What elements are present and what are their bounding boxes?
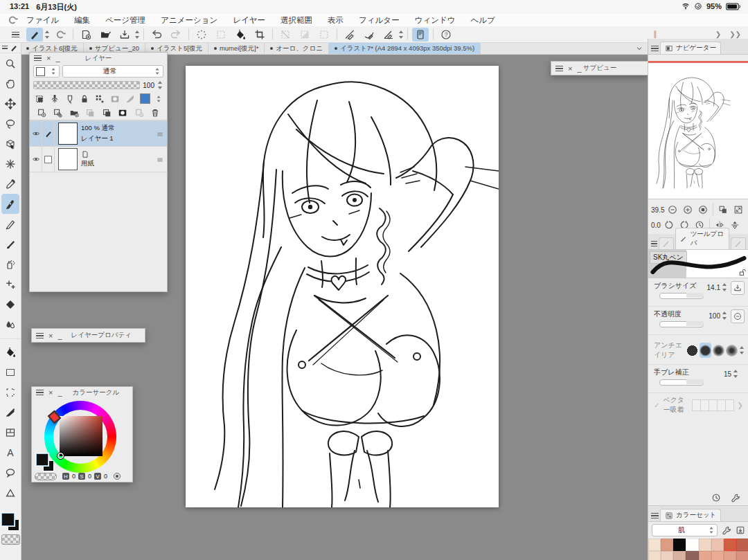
- layer-checkbox[interactable]: [44, 156, 52, 163]
- layer-palette-close-icon[interactable]: ×: [46, 55, 51, 62]
- tool-object[interactable]: [0, 134, 21, 154]
- layer-visibility-eye-icon[interactable]: [32, 129, 40, 138]
- flip-vertical-button[interactable]: [728, 219, 742, 231]
- actual-size-button[interactable]: [716, 204, 730, 216]
- edit-mode-button[interactable]: [26, 28, 43, 42]
- tool-auto-select[interactable]: [0, 154, 21, 174]
- layer-row-paper[interactable]: 用紙: [30, 146, 167, 172]
- tool-pen-selected[interactable]: [1, 194, 19, 214]
- color-swatch[interactable]: [661, 539, 673, 551]
- tool-eyedropper[interactable]: [0, 174, 21, 194]
- new-folder-icon[interactable]: [69, 108, 79, 118]
- canvas[interactable]: [186, 66, 499, 507]
- reset-tool-button[interactable]: [711, 493, 721, 503]
- layer-opacity-stepper-icon[interactable]: [157, 80, 163, 90]
- color-swatch[interactable]: [724, 539, 736, 551]
- tool-gradient[interactable]: [0, 362, 21, 382]
- transparent-color-chip[interactable]: [1, 534, 20, 545]
- menu-animation[interactable]: アニメーション: [161, 15, 217, 26]
- color-swatch[interactable]: [699, 539, 711, 551]
- subview-close-icon[interactable]: ×: [568, 65, 572, 72]
- tab-list-chevron-icon[interactable]: [635, 44, 643, 53]
- antialias-strong-option[interactable]: [726, 343, 738, 358]
- clip-studio-button[interactable]: [52, 28, 69, 42]
- layer-grip-icon[interactable]: [156, 130, 164, 138]
- panel-collapse-double-arrow[interactable]: ❯❯: [729, 30, 741, 38]
- main-color-chips[interactable]: [1, 513, 19, 531]
- menu-edit[interactable]: 編集: [74, 15, 90, 26]
- tool-move[interactable]: [0, 93, 21, 114]
- snap-to-ruler-button[interactable]: [341, 28, 358, 42]
- rotate-left-button[interactable]: [662, 219, 676, 231]
- layer-thumbnail[interactable]: [58, 123, 78, 145]
- paper-thumbnail[interactable]: [58, 148, 78, 170]
- tab-color-set[interactable]: カラーセット: [660, 509, 721, 521]
- tool-palette-menu-icon[interactable]: [2, 46, 8, 50]
- layer-blend-thumb[interactable]: [33, 65, 60, 78]
- tool-brush[interactable]: [0, 234, 21, 254]
- color-circle-close-icon[interactable]: ×: [48, 389, 53, 396]
- blend-mode-select[interactable]: 通常: [62, 65, 163, 78]
- color-swatch[interactable]: [648, 551, 661, 560]
- snap-to-grid-button[interactable]: [380, 28, 397, 42]
- menu-window[interactable]: ウィンドウ: [415, 15, 456, 26]
- brush-stroke-preview[interactable]: SK丸ペン: [648, 250, 748, 278]
- layer-row-selected[interactable]: 100 % 通常 レイヤー 1: [30, 120, 167, 146]
- vector-snap-options[interactable]: [693, 399, 734, 411]
- invert-selection-button[interactable]: [296, 28, 313, 42]
- tool-blend[interactable]: [0, 314, 21, 334]
- main-color-chip[interactable]: [36, 453, 48, 466]
- color-swatch[interactable]: [673, 539, 686, 551]
- delete-layer-icon[interactable]: [150, 108, 160, 118]
- tool-frame-border[interactable]: [0, 422, 21, 442]
- menu-layer[interactable]: レイヤー: [233, 15, 265, 26]
- help-button[interactable]: [438, 28, 454, 42]
- expand-arrow-icon[interactable]: ❯: [738, 401, 743, 409]
- snap-options-stepper-icon[interactable]: [398, 30, 404, 39]
- lock-transparent-icon[interactable]: [95, 94, 105, 104]
- clipping-mask-icon[interactable]: [35, 94, 44, 104]
- tab-sub-tool-right[interactable]: [731, 237, 746, 249]
- layer-opacity-slider[interactable]: [33, 81, 140, 89]
- antialias-stepper-icon[interactable]: [739, 345, 743, 355]
- color-circle-menu-icon[interactable]: [36, 390, 44, 395]
- navigator-menu-icon[interactable]: [651, 46, 659, 51]
- palette-dock-button[interactable]: [412, 28, 429, 42]
- merge-down-icon[interactable]: [102, 108, 112, 118]
- color-swatch[interactable]: [711, 551, 724, 560]
- layer-color-stepper-icon[interactable]: [157, 95, 161, 102]
- lock-layer-icon[interactable]: [80, 94, 89, 104]
- snap-to-special-ruler-button[interactable]: [361, 28, 377, 42]
- color-swatch[interactable]: [673, 551, 686, 560]
- menu-filter[interactable]: フィルター: [359, 15, 400, 26]
- menu-page-manage[interactable]: ページ管理: [105, 15, 145, 26]
- open-file-button[interactable]: [97, 28, 114, 42]
- checkmark-icon[interactable]: ✓: [654, 401, 659, 409]
- edit-mode-stepper-icon[interactable]: [44, 30, 51, 39]
- save-button[interactable]: [116, 28, 133, 42]
- deselect-button[interactable]: [213, 28, 229, 42]
- new-vector-layer-icon[interactable]: [53, 108, 62, 118]
- color-swatch[interactable]: [686, 539, 698, 551]
- layer-property-menu-icon[interactable]: [36, 333, 44, 338]
- unlock-icon[interactable]: [738, 268, 747, 276]
- new-canvas-button[interactable]: [78, 28, 94, 42]
- tool-hand[interactable]: [0, 73, 21, 93]
- color-swatch[interactable]: [686, 551, 698, 560]
- menu-file[interactable]: ファイル: [26, 15, 59, 26]
- save-options-stepper-icon[interactable]: [134, 30, 141, 39]
- undo-button[interactable]: [148, 28, 165, 42]
- color-swatch[interactable]: [711, 539, 724, 551]
- document-tab-active[interactable]: イラスト7* (A4 2894 x 4093px 350dpi 39.5%): [329, 43, 481, 54]
- menu-selection[interactable]: 選択範囲: [280, 15, 312, 26]
- tool-text[interactable]: A: [0, 442, 21, 462]
- sv-cursor-icon[interactable]: [57, 452, 64, 460]
- antialias-none-option[interactable]: [686, 343, 698, 358]
- document-tab[interactable]: オーロ、クロニ: [265, 43, 329, 54]
- navigator-preview[interactable]: [648, 63, 748, 199]
- tool-eraser[interactable]: [0, 294, 21, 314]
- color-swatch[interactable]: [699, 551, 711, 560]
- transfer-down-icon[interactable]: [85, 108, 95, 118]
- subview-menu-icon[interactable]: [555, 66, 563, 71]
- layer-grip-icon[interactable]: [156, 156, 164, 164]
